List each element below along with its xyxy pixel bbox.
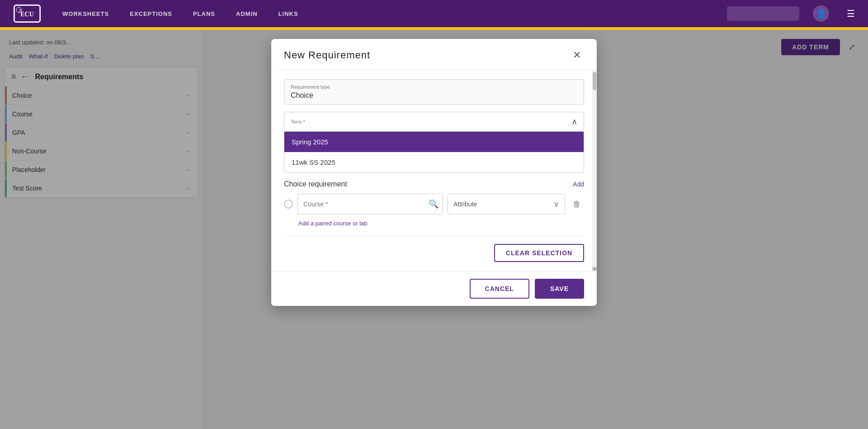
user-icon: 👤 [816,9,826,19]
attribute-select[interactable]: Attribute ∨ [448,194,565,214]
choice-req-header: Choice requirement Add [284,180,584,188]
choice-req-title: Choice requirement [284,180,347,188]
term-dropdown[interactable]: Term * ∧ [284,112,584,132]
course-search-icon[interactable]: 🔍 [429,199,439,209]
scrollbar-track: ▾ [592,70,597,271]
choice-requirement-section: Choice requirement Add 🔍 [284,180,584,262]
new-requirement-modal: New Requirement ✕ ▾ Requirement type Cho… [271,39,597,306]
nav-links[interactable]: LINKS [275,9,302,19]
add-choice-link[interactable]: Add [573,181,584,188]
term-chevron-icon: ∧ [571,117,577,127]
modal-title: New Requirement [284,49,370,61]
hamburger-menu-btn[interactable]: ☰ [843,5,859,22]
nav-worksheets[interactable]: WORKSHEETS [59,9,113,19]
course-radio-button[interactable] [284,200,293,209]
nav-plans[interactable]: PLANS [189,9,219,19]
modal-body[interactable]: ▾ Requirement type Choice Term * ∧ [271,70,597,271]
add-paired-course-link[interactable]: Add a paired course or lab [298,220,367,227]
cancel-button[interactable]: CANCEL [470,279,529,299]
hamburger-icon: ☰ [847,8,855,19]
course-input[interactable] [297,194,443,214]
req-type-value: Choice [291,91,577,100]
modal-body-inner: Requirement type Choice Term * ∧ Spring … [271,79,597,271]
attribute-chevron-icon: ∨ [553,199,559,209]
scroll-bottom-indicator: ▾ [592,267,597,271]
attribute-label: Attribute [453,200,477,208]
clear-selection-bar: CLEAR SELECTION [284,236,584,262]
course-row: 🔍 Attribute ∨ 🗑 [284,194,584,214]
logo: ECU ☽ [9,4,45,24]
term-options: Spring 2025 11wk SS 2025 [284,132,584,173]
nav-exceptions[interactable]: EXCEPTIONS [126,9,176,19]
modal-header: New Requirement ✕ [271,39,597,70]
course-input-wrapper: 🔍 [297,194,443,214]
modal-footer: CANCEL SAVE [271,271,597,306]
top-nav: ECU ☽ WORKSHEETS EXCEPTIONS PLANS ADMIN … [0,0,868,27]
term-option-11wk-ss-2025[interactable]: 11wk SS 2025 [284,152,584,172]
nav-admin[interactable]: ADMIN [232,9,261,19]
save-button[interactable]: SAVE [535,279,584,299]
logo-text: ECU ☽ [14,5,41,23]
modal-overlay[interactable]: New Requirement ✕ ▾ Requirement type Cho… [0,30,868,429]
term-dropdown-wrapper: Term * ∧ Spring 2025 11wk SS 2025 [284,112,584,173]
attribute-select-wrapper: Attribute ∨ [448,194,565,214]
svg-text:☽: ☽ [18,9,21,13]
main-area: Last updated: on 08/3... Audit What-If D… [0,30,868,429]
scrollbar-thumb [593,72,596,90]
delete-icon: 🗑 [573,200,581,209]
term-option-spring-2025[interactable]: Spring 2025 [284,132,584,152]
clear-selection-button[interactable]: CLEAR SELECTION [494,244,584,262]
user-icon-btn[interactable]: 👤 [813,5,829,22]
req-type-label: Requirement type [291,84,577,90]
term-label: Term * [291,119,305,124]
requirement-type-field: Requirement type Choice [284,79,584,105]
modal-close-button[interactable]: ✕ [570,48,584,62]
svg-text:ECU: ECU [20,11,34,18]
nav-search-input[interactable] [727,6,799,21]
delete-course-button[interactable]: 🗑 [570,197,584,211]
